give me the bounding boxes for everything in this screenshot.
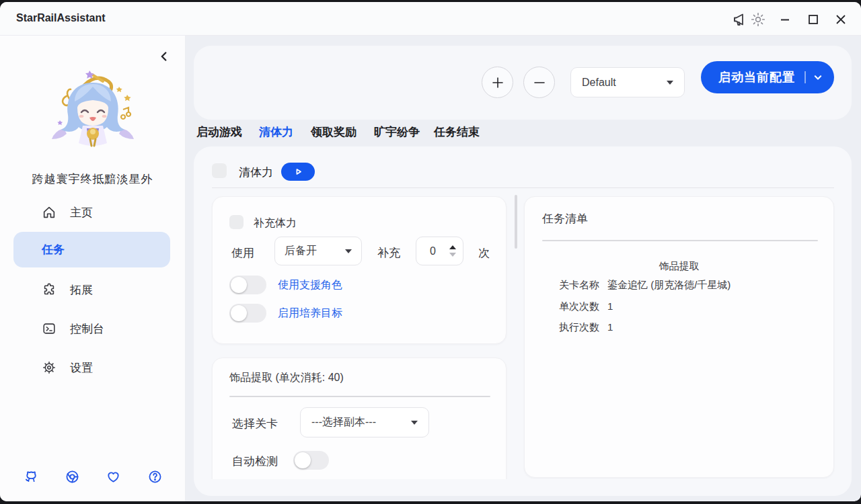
tab-label: 任务结束 bbox=[434, 126, 480, 138]
tab-label: 领取奖励 bbox=[311, 126, 357, 138]
chevron-down-icon bbox=[411, 421, 418, 425]
config-bar: Default 启动当前配置 bbox=[194, 46, 852, 120]
support-character-label: 使用支援角色 bbox=[278, 278, 342, 292]
stamina-refill-card: 补充体力 使用 后备开 补充 0 次 使用支 bbox=[212, 196, 507, 344]
refill-count-value: 0 bbox=[430, 245, 436, 257]
task-row-run-count: 执行次数1 bbox=[559, 321, 613, 334]
minimize-button[interactable] bbox=[777, 11, 794, 28]
use-label: 使用 bbox=[231, 245, 254, 261]
auto-detect-label: 自动检测 bbox=[232, 454, 278, 469]
theme-toggle-sun-icon[interactable] bbox=[749, 11, 767, 28]
task-row-value: 1 bbox=[607, 321, 613, 333]
clear-stamina-checkbox[interactable] bbox=[212, 163, 227, 178]
tab-label: 旷宇纷争 bbox=[374, 126, 420, 138]
sidebar-item-console[interactable]: 控制台 bbox=[13, 315, 170, 342]
heart-icon[interactable] bbox=[106, 469, 121, 485]
task-row-value: 1 bbox=[607, 300, 613, 312]
chevron-down-icon[interactable] bbox=[811, 71, 825, 84]
toggle-knob bbox=[231, 305, 247, 321]
app-window: StarRailAssistant bbox=[0, 2, 861, 501]
tab-task-end[interactable]: 任务结束 bbox=[434, 124, 480, 143]
sidebar: 跨越寰宇终抵黯淡星外 主页 任务 拓展 bbox=[0, 36, 186, 501]
task-row-label: 执行次数 bbox=[559, 321, 599, 333]
app-title: StarRailAssistant bbox=[16, 12, 106, 24]
titlebar: StarRailAssistant bbox=[0, 2, 861, 36]
config-profile-select[interactable]: Default bbox=[570, 67, 685, 97]
stage-select[interactable]: ---选择副本--- bbox=[300, 407, 429, 437]
refill-source-select[interactable]: 后备开 bbox=[274, 237, 362, 265]
task-row-value: 鎏金追忆 (朋克洛德/千星城) bbox=[607, 279, 731, 290]
sidebar-item-settings[interactable]: 设置 bbox=[13, 354, 170, 381]
maximize-button[interactable] bbox=[804, 11, 822, 28]
mascot-avatar bbox=[44, 64, 142, 165]
tab-label: 启动游戏 bbox=[196, 126, 242, 138]
run-clear-stamina-button[interactable] bbox=[281, 163, 315, 181]
tab-universe-conflict[interactable]: 旷宇纷争 bbox=[374, 124, 420, 143]
sidebar-item-label: 主页 bbox=[70, 205, 93, 220]
section-divider bbox=[212, 187, 834, 188]
ornament-card-title: 饰品提取 (单次消耗: 40) bbox=[229, 371, 344, 385]
sidebar-item-extensions[interactable]: 拓展 bbox=[13, 276, 170, 303]
tab-clear-stamina[interactable]: 清体力 bbox=[259, 124, 293, 143]
puzzle-icon bbox=[42, 282, 57, 297]
announcement-icon[interactable] bbox=[731, 11, 748, 28]
refill-count-label: 补充 bbox=[377, 245, 400, 261]
toggle-knob bbox=[295, 452, 311, 468]
terminal-icon bbox=[42, 321, 57, 336]
github-icon[interactable] bbox=[24, 469, 39, 485]
clear-stamina-scroll-area[interactable]: 补充体力 使用 后备开 补充 0 次 使用支 bbox=[194, 192, 852, 479]
refill-count-input[interactable]: 0 bbox=[416, 237, 463, 265]
sidebar-item-home[interactable]: 主页 bbox=[13, 199, 170, 226]
chevron-down-icon bbox=[345, 249, 352, 253]
task-list-title: 任务清单 bbox=[542, 211, 588, 226]
refill-stamina-checkbox[interactable] bbox=[229, 215, 244, 229]
task-section-heading: 饰品提取 bbox=[525, 260, 833, 273]
add-config-button[interactable] bbox=[482, 67, 513, 98]
close-button[interactable] bbox=[832, 11, 850, 28]
task-row-single-count: 单次次数1 bbox=[559, 300, 613, 313]
run-config-label: 启动当前配置 bbox=[718, 69, 795, 85]
browser-icon[interactable] bbox=[65, 469, 80, 485]
number-spinner bbox=[449, 245, 456, 257]
task-row-stage-name: 关卡名称鎏金追忆 (朋克洛德/千星城) bbox=[559, 279, 731, 292]
clear-stamina-panel: 清体力 补充体力 使用 后备开 补充 0 bbox=[194, 146, 852, 496]
support-character-toggle[interactable] bbox=[229, 276, 266, 294]
training-target-toggle[interactable] bbox=[229, 304, 266, 323]
spinner-up-icon[interactable] bbox=[449, 245, 456, 249]
sidebar-item-label: 设置 bbox=[70, 360, 93, 376]
button-divider bbox=[804, 71, 806, 83]
task-row-label: 单次次数 bbox=[559, 300, 599, 312]
scrollbar-thumb[interactable] bbox=[515, 195, 517, 249]
tab-launch-game[interactable]: 启动游戏 bbox=[196, 124, 242, 143]
tab-claim-rewards[interactable]: 领取奖励 bbox=[311, 124, 357, 143]
ornament-extraction-card: 饰品提取 (单次消耗: 40) 选择关卡 ---选择副本--- 自动检测 bbox=[212, 358, 507, 479]
stage-select-value: ---选择副本--- bbox=[311, 415, 376, 429]
run-config-button[interactable]: 启动当前配置 bbox=[701, 61, 834, 93]
sidebar-item-tasks[interactable]: 任务 bbox=[13, 232, 170, 267]
auto-detect-toggle[interactable] bbox=[293, 451, 329, 470]
sidebar-item-label: 控制台 bbox=[70, 321, 104, 337]
tab-label: 清体力 bbox=[259, 126, 293, 138]
sidebar-item-label: 任务 bbox=[42, 242, 65, 257]
clear-stamina-label: 清体力 bbox=[239, 165, 273, 180]
home-icon bbox=[42, 205, 57, 220]
spinner-down-icon[interactable] bbox=[449, 253, 456, 257]
refill-stamina-label: 补充体力 bbox=[254, 216, 297, 230]
help-icon[interactable] bbox=[147, 469, 163, 485]
sidebar-motto: 跨越寰宇终抵黯淡星外 bbox=[0, 171, 185, 187]
remove-config-button[interactable] bbox=[523, 67, 555, 98]
chevron-down-icon bbox=[667, 81, 673, 85]
sidebar-collapse-icon[interactable] bbox=[155, 47, 174, 66]
training-target-label: 启用培养目标 bbox=[278, 306, 342, 321]
stage-select-label: 选择关卡 bbox=[232, 416, 278, 431]
card-title-rule bbox=[229, 396, 490, 397]
toggle-knob bbox=[231, 277, 247, 293]
refill-source-value: 后备开 bbox=[285, 244, 317, 258]
sidebar-item-label: 拓展 bbox=[70, 282, 93, 298]
card-title-rule bbox=[542, 240, 818, 241]
times-unit-label: 次 bbox=[478, 245, 490, 261]
task-list-card: 任务清单 饰品提取 关卡名称鎏金追忆 (朋克洛德/千星城) 单次次数1 执行次数… bbox=[524, 196, 834, 478]
task-row-label: 关卡名称 bbox=[559, 279, 599, 290]
config-profile-value: Default bbox=[582, 77, 616, 89]
gear-icon bbox=[42, 360, 57, 375]
